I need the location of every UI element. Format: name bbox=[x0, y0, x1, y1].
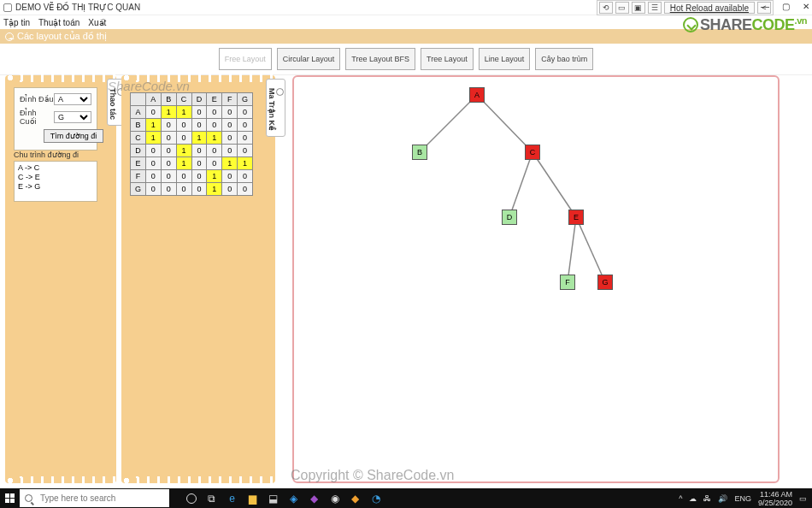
svg-line-1 bbox=[477, 95, 533, 152]
tray-volume-icon[interactable]: 🔊 bbox=[718, 494, 727, 503]
taskview-icon[interactable]: ⧉ bbox=[205, 492, 218, 505]
tray-cloud-icon[interactable]: ☁ bbox=[689, 494, 697, 503]
close-button[interactable]: ✕ bbox=[800, 0, 812, 12]
layout-spanning-button[interactable]: Cây bao trùm bbox=[535, 48, 593, 70]
menu-file[interactable]: Tập tin bbox=[3, 18, 30, 27]
vs-tool-1[interactable]: ⟲ bbox=[599, 2, 613, 14]
logo-icon bbox=[683, 17, 698, 32]
taskbar-apps: ⧉ e ▆ ⬓ ◈ ◆ ◉ ◆ ◔ bbox=[185, 492, 382, 505]
taskbar-search[interactable]: Type here to search bbox=[20, 489, 169, 507]
window-controls: — ▢ ✕ bbox=[750, 0, 812, 12]
windows-icon bbox=[5, 493, 15, 503]
layout-free-button[interactable]: Free Layout bbox=[219, 48, 272, 70]
hot-reload-badge[interactable]: Hot Reload available bbox=[664, 2, 755, 14]
tray-notifications-icon[interactable]: ▭ bbox=[799, 494, 807, 503]
app-icon-1[interactable]: ◆ bbox=[349, 492, 362, 505]
layout-line-button[interactable]: Line Layout bbox=[479, 48, 531, 70]
layout-tree-bfs-button[interactable]: Tree Layout BFS bbox=[345, 48, 415, 70]
tray-network-icon[interactable]: 🖧 bbox=[703, 494, 711, 503]
start-vertex-label: Đỉnh Đầu bbox=[20, 95, 54, 103]
window-title: DEMO VẼ ĐỒ THỊ TRỰC QUAN bbox=[15, 3, 140, 12]
start-button[interactable] bbox=[0, 493, 19, 503]
app-icon-2[interactable]: ◔ bbox=[369, 492, 382, 505]
app-icon bbox=[3, 3, 12, 12]
layout-tree-button[interactable]: Tree Layout bbox=[421, 48, 474, 70]
end-vertex-label: Đỉnh Cuối bbox=[20, 109, 54, 126]
svg-line-0 bbox=[420, 95, 477, 152]
graph-node-b[interactable]: B bbox=[412, 145, 427, 160]
graph-canvas[interactable]: ABCDEFG bbox=[292, 75, 780, 483]
graph-node-e[interactable]: E bbox=[568, 210, 584, 225]
path-step: C -> E bbox=[18, 173, 93, 182]
graph-node-f[interactable]: F bbox=[560, 275, 575, 290]
chrome-icon[interactable]: ◉ bbox=[328, 492, 341, 505]
watermark-large: Copyright © ShareCode.vn bbox=[291, 468, 454, 483]
taskbar: Type here to search ⧉ e ▆ ⬓ ◈ ◆ ◉ ◆ ◔ ^ … bbox=[0, 488, 812, 508]
menu-algorithm[interactable]: Thuật toán bbox=[38, 18, 79, 27]
svg-line-3 bbox=[533, 152, 576, 217]
layout-circular-button[interactable]: Circular Layout bbox=[277, 48, 341, 70]
edge-icon[interactable]: e bbox=[226, 492, 238, 505]
vs-icon[interactable]: ◆ bbox=[308, 492, 321, 505]
layout-toolbar: Free Layout Circular Layout Tree Layout … bbox=[0, 44, 812, 75]
adjacency-matrix: ABCDEFGA0110000B1000000C1001100D0010000E… bbox=[130, 92, 253, 196]
vscode-icon[interactable]: ◈ bbox=[287, 492, 300, 505]
path-step: E -> G bbox=[18, 182, 93, 192]
section-title: Các layout của đồ thị bbox=[17, 31, 107, 42]
path-result: Chu trình đường đi A -> CC -> EE -> G bbox=[14, 151, 97, 202]
vs-tool-3[interactable]: ▣ bbox=[632, 2, 645, 14]
minimize-button[interactable]: — bbox=[759, 0, 771, 12]
system-tray: ^ ☁ 🖧 🔊 ENG 11:46 AM9/25/2020 ▭ bbox=[679, 490, 812, 507]
end-vertex-select[interactable]: G bbox=[54, 111, 91, 123]
path-step: A -> C bbox=[18, 163, 93, 173]
collapse-icon[interactable] bbox=[5, 32, 14, 41]
vs-tool-2[interactable]: ▭ bbox=[615, 2, 629, 14]
search-icon bbox=[25, 494, 32, 502]
path-result-label: Chu trình đường đi bbox=[14, 151, 97, 159]
menu-export[interactable]: Xuất bbox=[88, 18, 106, 27]
graph-node-g[interactable]: G bbox=[597, 275, 613, 290]
explorer-icon[interactable]: ▆ bbox=[246, 492, 259, 505]
tray-language[interactable]: ENG bbox=[734, 494, 751, 503]
maximize-button[interactable]: ▢ bbox=[780, 0, 791, 12]
svg-line-4 bbox=[568, 217, 576, 282]
vs-tool-4[interactable]: ☰ bbox=[648, 2, 662, 14]
watermark-small: ShareCode.vn bbox=[108, 79, 190, 93]
find-path-button[interactable]: Tìm đường đi bbox=[44, 129, 103, 143]
path-result-list: A -> CC -> EE -> G bbox=[14, 161, 97, 202]
cortana-icon[interactable] bbox=[185, 492, 197, 505]
graph-edges bbox=[294, 77, 778, 481]
tray-clock[interactable]: 11:46 AM9/25/2020 bbox=[758, 490, 792, 507]
operations-panel: Thao tác Đỉnh Đầu A Đỉnh Cuối G Tìm đườn… bbox=[5, 75, 116, 483]
svg-line-5 bbox=[576, 217, 605, 282]
store-icon[interactable]: ⬓ bbox=[267, 492, 279, 505]
path-form: Đỉnh Đầu A Đỉnh Cuối G Tìm đường đi bbox=[14, 87, 97, 151]
tray-chevron-icon[interactable]: ^ bbox=[679, 494, 682, 503]
matrix-panel: Ma Trận Kề ABCDEFGA0110000B1000000C10011… bbox=[121, 75, 275, 483]
graph-node-a[interactable]: A bbox=[469, 87, 485, 103]
graph-node-d[interactable]: D bbox=[502, 210, 517, 225]
matrix-tab[interactable]: Ma Trận Kề bbox=[266, 79, 285, 137]
sharecode-logo: SHARECODE.vn bbox=[683, 15, 807, 34]
start-vertex-select[interactable]: A bbox=[54, 93, 91, 105]
vs-debug-toolbar: ⟲ ▭ ▣ ☰ Hot Reload available < bbox=[597, 0, 774, 15]
graph-node-c[interactable]: C bbox=[525, 145, 540, 160]
svg-line-2 bbox=[509, 152, 533, 217]
